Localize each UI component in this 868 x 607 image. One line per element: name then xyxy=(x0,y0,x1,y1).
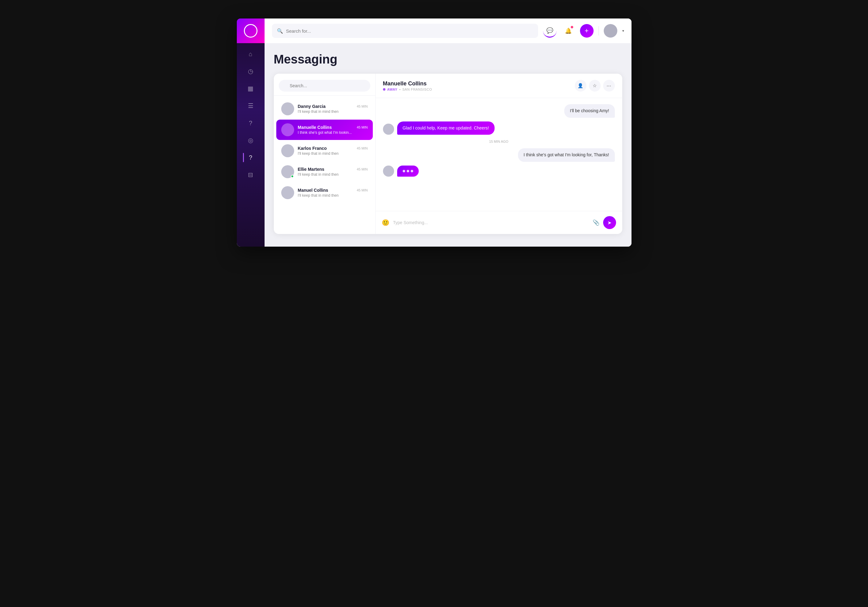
more-action-btn[interactable]: ⋯ xyxy=(603,80,615,91)
search-bar-icon: 🔍 xyxy=(277,28,283,34)
star-action-btn[interactable]: ☆ xyxy=(589,80,601,91)
sidebar-item-dashboard[interactable]: ◷ xyxy=(243,63,258,79)
message-row-1: I'll be choosing Amy! xyxy=(383,104,615,118)
message-avatar-typing xyxy=(383,166,394,177)
manuelle-name: Manuelle Collins xyxy=(298,125,332,130)
chevron-down-icon[interactable]: ▾ xyxy=(622,29,624,33)
danny-info: Danny Garcia 45 MIN I'll keep that in mi… xyxy=(298,104,368,114)
chat-icon: 💬 xyxy=(546,27,553,34)
more-icon: ⋯ xyxy=(606,83,611,88)
manuelle-header: Manuelle Collins 45 MIN xyxy=(298,125,368,130)
typing-dot-3 xyxy=(411,170,413,172)
ellie-time: 45 MIN xyxy=(357,167,367,171)
main-content: 🔍 💬 🔔 + ▾ Messaging xyxy=(265,19,631,247)
sidebar-item-globe[interactable]: ◎ xyxy=(243,133,258,148)
ellie-online-dot xyxy=(291,175,294,178)
sliders-icon: ⊟ xyxy=(248,171,253,178)
home-icon: ⌂ xyxy=(248,51,252,58)
typing-dot-1 xyxy=(403,170,405,172)
ellie-header: Ellie Martens 45 MIN xyxy=(298,167,368,172)
chat-contact-info: Manuelle Collins AWAY • SAN FRANSISCO xyxy=(383,81,432,91)
person-icon: 👤 xyxy=(578,83,583,88)
search-input[interactable] xyxy=(286,28,533,34)
danny-time: 45 MIN xyxy=(357,105,367,108)
sidebar-item-analytics[interactable]: ▦ xyxy=(243,81,258,96)
add-button[interactable]: + xyxy=(580,24,594,38)
ellie-preview: I'll keep that in mind then xyxy=(298,172,368,177)
chat-actions: 👤 ☆ ⋯ xyxy=(575,80,615,91)
status-separator: • xyxy=(399,88,401,91)
sidebar-item-home[interactable]: ⌂ xyxy=(243,46,258,62)
sidebar-nav: ⌂ ◷ ▦ ☰ ? ◎ ? ⊟ xyxy=(243,43,258,247)
sidebar-item-help2[interactable]: ? xyxy=(243,150,258,165)
user-avatar[interactable] xyxy=(604,24,617,38)
message-bubble-4: I think she's got what I'm looking for, … xyxy=(518,148,615,162)
contacts-panel: 🔍 Danny xyxy=(274,74,375,234)
contacts-list: Danny Garcia 45 MIN I'll keep that in mi… xyxy=(274,96,375,234)
manuelle-time: 45 MIN xyxy=(357,125,367,129)
karlos-avatar-wrap xyxy=(281,144,294,157)
danny-header: Danny Garcia 45 MIN xyxy=(298,104,368,109)
message-input[interactable] xyxy=(393,220,589,225)
messages-icon-btn[interactable]: 💬 xyxy=(543,24,556,38)
message-row-2: Glad I could help, Keep me updated. Chee… xyxy=(383,121,615,135)
karlos-preview: I'll keep that in mind then xyxy=(298,151,368,156)
topbar: 🔍 💬 🔔 + ▾ xyxy=(265,19,631,43)
chat-header: Manuelle Collins AWAY • SAN FRANSISCO 👤 xyxy=(375,74,622,98)
sidebar-item-list[interactable]: ☰ xyxy=(243,98,258,113)
manuel-info: Manuel Collins 45 MIN I'll keep that in … xyxy=(298,188,368,198)
contact-item-karlos[interactable]: Karlos Franco 45 MIN I'll keep that in m… xyxy=(276,141,373,161)
contact-item-ellie[interactable]: Ellie Martens 45 MIN I'll keep that in m… xyxy=(276,161,373,182)
notification-dot xyxy=(571,26,573,28)
ellie-avatar-wrap xyxy=(281,165,294,178)
ellie-name: Ellie Martens xyxy=(298,167,324,172)
notifications-icon-btn[interactable]: 🔔 xyxy=(561,24,575,38)
clock-icon: ◷ xyxy=(248,68,253,75)
time-label-15min: 15 MIN AGO xyxy=(383,138,615,145)
message-bubble-2: Glad I could help, Keep me updated. Chee… xyxy=(397,121,494,135)
contact-item-manuel[interactable]: Manuel Collins 45 MIN I'll keep that in … xyxy=(276,183,373,203)
typing-indicator xyxy=(397,166,419,177)
send-icon: ➤ xyxy=(608,220,611,226)
message-row-4: I think she's got what I'm looking for, … xyxy=(383,148,615,162)
danny-avatar-wrap xyxy=(281,102,294,115)
logo-circle xyxy=(244,24,257,38)
sidebar-item-help[interactable]: ? xyxy=(243,115,258,131)
manuel-time: 45 MIN xyxy=(357,188,367,192)
karlos-header: Karlos Franco 45 MIN xyxy=(298,146,368,151)
manuelle-info: Manuelle Collins 45 MIN I think she's go… xyxy=(298,125,368,135)
attach-button[interactable]: 📎 xyxy=(593,219,600,226)
send-button[interactable]: ➤ xyxy=(603,216,616,229)
person-action-btn[interactable]: 👤 xyxy=(575,80,586,91)
sidebar-item-settings[interactable]: ⊟ xyxy=(243,167,258,183)
manuel-preview: I'll keep that in mind then xyxy=(298,193,368,198)
messages-area: I'll be choosing Amy! Glad I could help,… xyxy=(375,98,622,211)
karlos-avatar xyxy=(281,144,294,157)
chat-contact-status: AWAY • SAN FRANSISCO xyxy=(383,88,432,91)
manuel-name: Manuel Collins xyxy=(298,188,329,193)
sidebar: ⌂ ◷ ▦ ☰ ? ◎ ? ⊟ xyxy=(237,19,265,247)
danny-preview: I'll keep that in mind then xyxy=(298,110,368,114)
list-icon: ☰ xyxy=(248,102,253,110)
manuel-avatar xyxy=(281,186,294,199)
contacts-search-area: 🔍 xyxy=(274,74,375,96)
chat-contact-name: Manuelle Collins xyxy=(383,81,432,87)
contact-item-danny[interactable]: Danny Garcia 45 MIN I'll keep that in mi… xyxy=(276,99,373,119)
ellie-info: Ellie Martens 45 MIN I'll keep that in m… xyxy=(298,167,368,177)
page-title: Messaging xyxy=(274,53,622,66)
star-icon: ☆ xyxy=(593,83,597,88)
emoji-button[interactable]: 🙂 xyxy=(382,219,389,226)
contacts-search-wrapper: 🔍 xyxy=(279,80,370,91)
contact-item-manuelle[interactable]: Manuelle Collins 45 MIN I think she's go… xyxy=(276,119,373,140)
message-avatar-2 xyxy=(383,124,394,135)
messaging-container: 🔍 Danny xyxy=(274,74,622,234)
danny-avatar xyxy=(281,102,294,115)
manuelle-avatar xyxy=(281,123,294,136)
search-bar-wrapper: 🔍 xyxy=(272,24,538,38)
manuelle-preview: I think she's got what I'm lookin... xyxy=(298,130,368,135)
circle-help-icon: ? xyxy=(249,154,252,161)
globe-icon: ◎ xyxy=(248,136,253,144)
karlos-name: Karlos Franco xyxy=(298,146,327,151)
contacts-search-input[interactable] xyxy=(279,80,370,91)
app-logo[interactable] xyxy=(237,19,265,43)
